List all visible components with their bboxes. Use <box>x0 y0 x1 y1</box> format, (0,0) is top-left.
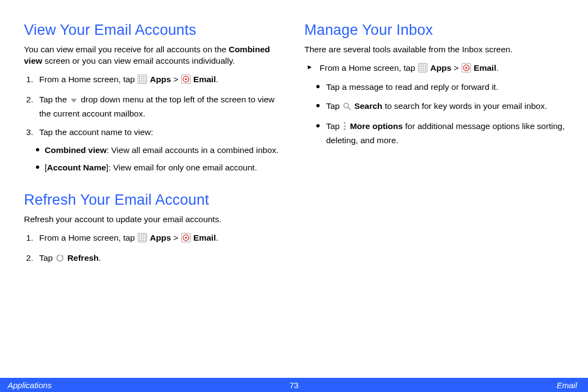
svg-point-64 <box>344 122 346 124</box>
svg-point-29 <box>145 236 146 237</box>
svg-point-34 <box>139 240 140 241</box>
svg-point-25 <box>145 234 146 235</box>
svg-point-35 <box>141 240 142 241</box>
right-column: Manage Your Inbox There are several tool… <box>304 22 566 392</box>
svg-point-22 <box>139 234 140 235</box>
email-icon <box>181 233 191 246</box>
svg-point-57 <box>423 70 424 71</box>
svg-marker-20 <box>71 99 77 103</box>
step-1: From a Home screen, tap Apps > Email. <box>24 74 286 87</box>
heading-manage-inbox: Manage Your Inbox <box>304 22 566 39</box>
svg-point-16 <box>145 81 146 82</box>
bullet-more-options: Tap More options for additional message … <box>315 120 566 146</box>
footer-page-number: 73 <box>0 381 588 390</box>
intro-manage-inbox: There are several tools available from t… <box>304 44 566 56</box>
svg-point-36 <box>143 240 144 241</box>
svg-point-47 <box>419 66 420 68</box>
svg-marker-41 <box>62 255 64 257</box>
svg-point-8 <box>145 78 146 79</box>
svg-point-33 <box>145 238 146 239</box>
intro-view-accounts: You can view email you receive for all a… <box>24 44 286 67</box>
svg-point-54 <box>425 68 426 69</box>
svg-point-11 <box>143 79 144 81</box>
bullet-search: Tap Search to search for key words in yo… <box>315 100 566 114</box>
svg-point-26 <box>139 236 140 237</box>
svg-point-53 <box>423 68 424 69</box>
apps-icon <box>138 233 147 246</box>
svg-point-15 <box>143 81 144 82</box>
intro-refresh: Refresh your account to update your emai… <box>24 214 286 225</box>
step-2: Tap the drop down menu at the top left o… <box>24 94 286 120</box>
steps-refresh: From a Home screen, tap Apps > Email. Ta… <box>24 232 286 266</box>
email-icon <box>181 75 191 87</box>
more-options-icon <box>342 121 347 134</box>
refresh-step-2: Tap Refresh. <box>24 252 286 266</box>
search-icon <box>342 102 351 114</box>
svg-point-4 <box>145 76 146 77</box>
svg-point-19 <box>185 78 187 80</box>
svg-point-49 <box>423 66 424 68</box>
step-3: Tap the account name to view: Combined v… <box>24 126 286 174</box>
page-footer: Applications 73 Email <box>0 378 588 392</box>
chevron-down-icon <box>70 95 78 107</box>
section-manage-inbox: Manage Your Inbox There are several tool… <box>304 22 566 146</box>
svg-point-9 <box>139 79 140 81</box>
manage-bullets: Tap a message to read and reply or forwa… <box>315 81 566 146</box>
email-icon <box>462 63 471 76</box>
svg-point-55 <box>419 70 420 71</box>
heading-view-accounts: View Your Email Accounts <box>24 22 286 39</box>
svg-point-45 <box>423 64 424 65</box>
svg-point-46 <box>425 64 426 65</box>
svg-point-58 <box>425 70 426 71</box>
svg-point-27 <box>141 236 142 237</box>
refresh-icon <box>56 254 64 266</box>
step-3-sublist: Combined view: View all email accounts i… <box>34 144 286 174</box>
svg-point-48 <box>421 66 422 68</box>
svg-point-13 <box>139 81 140 82</box>
step-3-lead: Tap the account name to view: <box>39 127 153 137</box>
svg-point-43 <box>419 64 420 65</box>
svg-point-23 <box>141 234 142 235</box>
svg-point-7 <box>143 78 144 79</box>
svg-point-30 <box>139 238 140 239</box>
svg-point-31 <box>141 238 142 239</box>
apps-icon <box>418 63 427 76</box>
apps-icon <box>138 75 147 87</box>
svg-line-63 <box>348 107 351 109</box>
svg-point-24 <box>143 234 144 235</box>
svg-point-3 <box>143 76 144 77</box>
manage-lead: From a Home screen, tap Apps > Email. <box>304 62 566 76</box>
svg-point-32 <box>143 238 144 239</box>
svg-point-28 <box>143 236 144 237</box>
svg-point-61 <box>465 67 467 69</box>
svg-point-40 <box>185 236 187 238</box>
svg-point-2 <box>141 76 142 77</box>
steps-view-accounts: From a Home screen, tap Apps > Email. Ta… <box>24 74 286 174</box>
svg-point-14 <box>141 81 142 82</box>
svg-point-65 <box>344 125 346 127</box>
svg-point-51 <box>419 68 420 69</box>
section-refresh: Refresh Your Email Account Refresh your … <box>24 192 286 266</box>
svg-point-1 <box>139 76 140 77</box>
svg-point-10 <box>141 79 142 81</box>
svg-point-37 <box>145 240 146 241</box>
manual-page: View Your Email Accounts You can view em… <box>0 0 588 392</box>
refresh-step-1: From a Home screen, tap Apps > Email. <box>24 232 286 246</box>
heading-refresh: Refresh Your Email Account <box>24 192 286 209</box>
bullet-read-reply: Tap a message to read and reply or forwa… <box>315 81 566 93</box>
left-column: View Your Email Accounts You can view em… <box>24 22 286 392</box>
svg-point-44 <box>421 64 422 65</box>
svg-point-5 <box>139 78 140 79</box>
svg-point-56 <box>421 70 422 71</box>
sub-combined-view: Combined view: View all email accounts i… <box>34 144 286 156</box>
svg-point-66 <box>344 128 346 130</box>
section-view-accounts: View Your Email Accounts You can view em… <box>24 22 286 174</box>
sub-account-name: [Account Name]: View email for only one … <box>34 162 286 174</box>
svg-point-6 <box>141 78 142 79</box>
svg-point-50 <box>425 66 426 68</box>
svg-point-12 <box>145 79 146 81</box>
svg-point-52 <box>421 68 422 69</box>
